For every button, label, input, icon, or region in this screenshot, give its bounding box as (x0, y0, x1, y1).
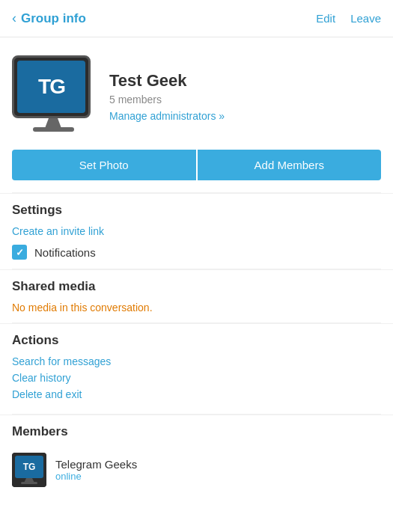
member-status: online (55, 471, 137, 482)
members-section: Members TG Telegram Geeks online (0, 415, 393, 502)
group-name: Test Geek (109, 71, 381, 91)
delete-exit-link[interactable]: Delete and exit (12, 388, 381, 400)
member-info: Telegram Geeks online (55, 458, 137, 482)
settings-section: Settings Create an invite link ✓ Notific… (0, 193, 393, 269)
shared-media-title: Shared media (12, 279, 381, 294)
create-invite-link[interactable]: Create an invite link (12, 225, 381, 237)
back-chevron-icon: ‹ (12, 10, 16, 26)
member-name: Telegram Geeks (55, 458, 137, 471)
header-actions: Edit Leave (316, 12, 381, 25)
leave-button[interactable]: Leave (350, 12, 381, 25)
group-avatar-image: TG (17, 61, 85, 113)
set-photo-button[interactable]: Set Photo (12, 150, 196, 180)
action-buttons: Set Photo Add Members (0, 150, 393, 192)
shared-media-empty: No media in this conversation. (12, 302, 381, 314)
members-title: Members (12, 424, 381, 439)
header: ‹ Group info Edit Leave (0, 0, 393, 37)
edit-button[interactable]: Edit (316, 12, 335, 25)
clear-history-link[interactable]: Clear history (12, 372, 381, 384)
search-messages-link[interactable]: Search for messages (12, 355, 381, 367)
actions-section: Actions Search for messages Clear histor… (0, 323, 393, 414)
shared-media-section: Shared media No media in this conversati… (0, 269, 393, 322)
settings-title: Settings (12, 203, 381, 218)
back-button[interactable]: ‹ Group info (12, 10, 86, 26)
actions-title: Actions (12, 333, 381, 348)
checkmark-icon: ✓ (16, 247, 24, 258)
avatar: TG (12, 55, 94, 138)
notifications-checkbox[interactable]: ✓ (12, 245, 27, 260)
notifications-row: ✓ Notifications (12, 245, 381, 260)
profile-section: TG Test Geek 5 members Manage administra… (0, 37, 393, 150)
header-title: Group info (21, 11, 86, 26)
manage-administrators-link[interactable]: Manage administrators » (109, 110, 381, 122)
member-count: 5 members (109, 94, 381, 106)
list-item[interactable]: TG Telegram Geeks online (12, 447, 381, 493)
group-details: Test Geek 5 members Manage administrator… (109, 71, 381, 122)
notifications-label: Notifications (34, 246, 96, 259)
member-avatar: TG (12, 453, 46, 487)
add-members-button[interactable]: Add Members (198, 150, 382, 180)
